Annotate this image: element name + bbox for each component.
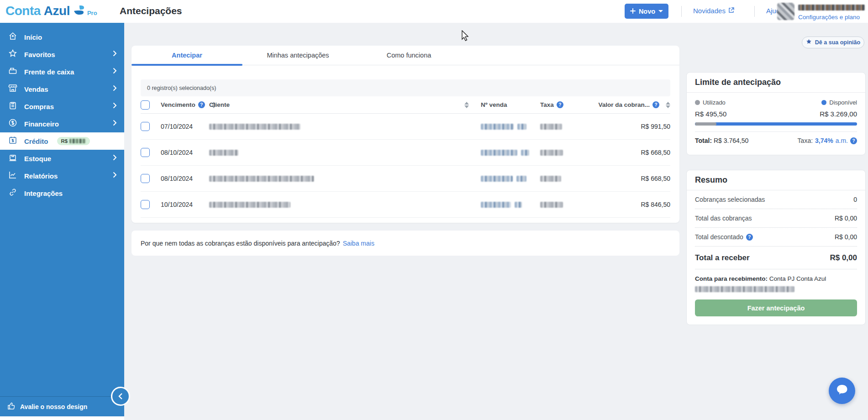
col-cliente-label: Cliente xyxy=(209,101,230,108)
sidebar-footer-label: Avalie o nosso design xyxy=(20,403,87,410)
help-icon[interactable] xyxy=(746,234,753,241)
row-value: R$ 668,50 xyxy=(641,175,670,182)
sidebar-item-label: Frente de caixa xyxy=(24,68,74,76)
client-name-redacted xyxy=(209,124,300,130)
table-header: Vencimento Cliente Nº venda Taxa Valor d… xyxy=(141,96,670,114)
sidebar-item-favoritos[interactable]: Favoritos xyxy=(0,46,124,63)
sidebar-item-financeiro[interactable]: Financeiro xyxy=(0,115,124,132)
help-icon[interactable] xyxy=(850,137,857,144)
star-icon xyxy=(8,49,17,60)
sidebar-footer[interactable]: Avalie o nosso design xyxy=(0,396,124,416)
select-all-checkbox[interactable] xyxy=(141,100,150,110)
configuracoes-link[interactable]: Configurações e plano xyxy=(798,14,867,21)
sale-number-redacted xyxy=(481,202,511,208)
help-icon[interactable] xyxy=(652,101,659,108)
limit-tax: Taxa: 3,74% a.m. xyxy=(798,137,857,144)
sidebar-item-credito[interactable]: Crédito R$ xyxy=(0,132,124,150)
sidebar-item-label: Início xyxy=(24,33,42,41)
col-valor-label: Valor da cobran... xyxy=(598,101,650,108)
sidebar-item-label: Favoritos xyxy=(24,51,55,58)
resumo-card: Resumo Cobranças selecionadas 0 Total da… xyxy=(686,170,866,325)
sale-number-redacted xyxy=(481,124,514,130)
chart-icon xyxy=(8,170,17,181)
star-icon xyxy=(806,39,812,46)
avatar[interactable] xyxy=(777,3,794,20)
sidebar-item-compras[interactable]: Compras xyxy=(0,98,124,115)
sidebar-item-estoque[interactable]: Estoque xyxy=(0,150,124,167)
row-checkbox[interactable] xyxy=(141,148,150,157)
leaf-icon xyxy=(74,5,84,17)
sidebar-item-label: Integrações xyxy=(24,189,63,197)
table-row: 10/10/2024 R$ 846,50 xyxy=(141,192,670,218)
integrations-icon xyxy=(8,188,17,199)
sidebar-item-inicio[interactable]: Início xyxy=(0,28,124,46)
novo-button[interactable]: Novo xyxy=(625,4,668,19)
row-checkbox[interactable] xyxy=(141,200,150,209)
sidebar-item-label: Financeiro xyxy=(24,120,59,128)
chevron-right-icon xyxy=(113,68,117,76)
chat-bubble-button[interactable] xyxy=(829,378,855,404)
sort-valor-icon[interactable] xyxy=(666,102,670,108)
total-a-receber-row: Total a receber R$ 0,00 xyxy=(695,247,857,269)
active-tab-underline xyxy=(132,64,242,66)
account-details-redacted xyxy=(695,286,794,292)
store-icon xyxy=(8,84,17,94)
sidebar-item-integracoes[interactable]: Integrações xyxy=(0,184,124,202)
plus-icon xyxy=(630,8,636,15)
sidebar-item-vendas[interactable]: Vendas xyxy=(0,80,124,98)
available-dot-icon xyxy=(821,100,826,105)
mouse-cursor xyxy=(460,30,470,44)
legend-utilizado: Utilizado xyxy=(695,99,726,106)
available-amount: R$ 3.269,00 xyxy=(820,110,857,118)
limite-antecipacao-card: Limite de antecipação Utilizado Disponív… xyxy=(686,72,866,155)
feedback-button[interactable]: Dê a sua opinião xyxy=(802,37,864,48)
novo-button-label: Novo xyxy=(639,8,655,15)
conta-azul-logo[interactable]: Conta Azul Pro xyxy=(5,4,97,18)
sort-cliente-icon[interactable] xyxy=(464,102,469,108)
chevron-right-icon xyxy=(113,85,117,93)
fazer-antecipacao-button[interactable]: Fazer antecipação xyxy=(695,299,857,316)
limit-bar-used xyxy=(695,122,716,126)
antecipacoes-card: Antecipar Minhas antecipações Como funci… xyxy=(132,46,679,223)
tab-minhas-antecipacoes[interactable]: Minhas antecipações xyxy=(242,46,353,65)
tab-bar: Antecipar Minhas antecipações Como funci… xyxy=(132,46,679,65)
logo-word-conta: Conta xyxy=(5,4,41,18)
novidades-link[interactable]: Novidades xyxy=(693,7,734,15)
help-icon[interactable] xyxy=(557,101,563,108)
topbar: Conta Azul Pro Antecipações Novo Novidad… xyxy=(0,0,868,23)
sidebar: Início Favoritos Frente de caixa Vendas … xyxy=(0,23,124,416)
row-date: 08/10/2024 xyxy=(161,149,193,156)
row-checkbox[interactable] xyxy=(141,122,150,131)
row-value: R$ 668,50 xyxy=(641,149,670,156)
row-value: R$ 991,50 xyxy=(641,123,670,130)
sidebar-item-label: Vendas xyxy=(24,85,48,93)
used-amount: R$ 495,50 xyxy=(695,110,726,118)
row-checkbox[interactable] xyxy=(141,174,150,183)
tax-redacted xyxy=(540,150,563,156)
sidebar-item-frente-de-caixa[interactable]: Frente de caixa xyxy=(0,63,124,80)
client-name-redacted xyxy=(209,150,238,156)
topbar-divider xyxy=(754,6,755,17)
chevron-right-icon xyxy=(113,120,117,128)
client-name-redacted xyxy=(209,202,290,208)
availability-note: Por que nem todas as cobranças estão dis… xyxy=(132,231,679,256)
sale-number-redacted xyxy=(515,202,522,208)
summary-row: Cobranças selecionadas 0 xyxy=(695,190,857,209)
summary-row: Total descontado R$ 0,00 xyxy=(695,228,857,247)
saiba-mais-link[interactable]: Saiba mais xyxy=(343,240,374,247)
topbar-divider xyxy=(681,6,682,17)
sidebar-item-label: Estoque xyxy=(24,155,51,163)
summary-row: Total das cobranças R$ 0,00 xyxy=(695,209,857,228)
sidebar-item-relatorios[interactable]: Relatórios xyxy=(0,167,124,184)
sale-number-redacted xyxy=(481,150,517,156)
help-icon[interactable] xyxy=(198,101,205,108)
dollar-circle-icon xyxy=(8,118,17,129)
collapse-sidebar-button[interactable] xyxy=(111,387,130,406)
tab-antecipar[interactable]: Antecipar xyxy=(132,46,242,65)
sidebar-item-label: Crédito xyxy=(24,137,48,145)
clipboard-icon xyxy=(8,101,17,112)
tab-como-funciona[interactable]: Como funciona xyxy=(353,46,464,65)
row-date: 07/10/2024 xyxy=(161,123,193,130)
selection-status-bar: 0 registro(s) selecionado(s) xyxy=(141,79,670,96)
logo-word-azul: Azul xyxy=(44,4,70,18)
